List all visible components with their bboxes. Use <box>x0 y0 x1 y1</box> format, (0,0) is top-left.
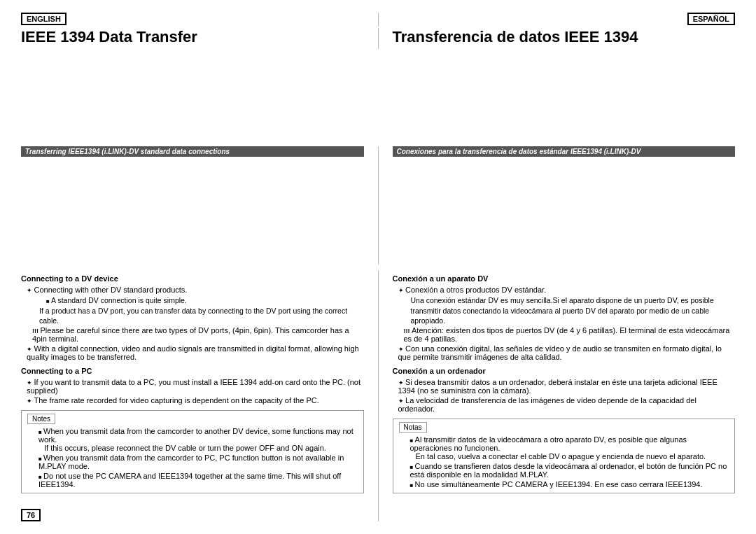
note2-left: When you transmit data from the camcorde… <box>38 454 358 470</box>
lang-tag-english: ENGLISH <box>21 13 66 25</box>
note3-right: No use simultáneamente PC CAMERA y IEEE1… <box>410 480 729 489</box>
notes-label-left: Notes <box>27 414 55 424</box>
main-title-right: Transferencia de datos IEEE 1394 <box>393 28 736 46</box>
section1-title-left: Connecting to a DV device <box>21 274 364 283</box>
bullet-r-s1-2: Con una conexión digital, las señales de… <box>398 344 736 361</box>
subtitle-bar-right: Conexiones para la transferencia de dato… <box>393 146 736 157</box>
right-column: Conexión a un aparato DV Conexión a otro… <box>379 270 736 493</box>
bullet-s2-2: The frame rate recorded for video captur… <box>27 396 364 405</box>
r-s1-warn1: Atención: existen dos tipos de puertos D… <box>404 326 736 343</box>
content-block-s1: Connecting with other DV standard produc… <box>21 286 364 361</box>
page-number: 76 <box>21 509 41 521</box>
s1-sub1: A standard DV connection is quite simple… <box>34 295 364 306</box>
s1-warn1: Please be careful since there are two ty… <box>32 326 364 343</box>
page: ENGLISH ESPAÑOL IEEE 1394 Data Transfer … <box>0 0 756 534</box>
r-s1-sub1: Una conexión estándar DV es muy sencilla… <box>411 295 736 326</box>
content-block-s2: If you want to transmit data to a PC, yo… <box>21 378 364 405</box>
lang-row: ENGLISH ESPAÑOL <box>21 13 735 27</box>
bullet-r-s2-2: La velocidad de transferencia de las imá… <box>398 396 736 413</box>
notes-box-left: Notes When you transmit data from the ca… <box>21 410 364 493</box>
subtitle-bar-left: Transferring IEEE1394 (i.LINK)-DV standa… <box>21 146 364 157</box>
section2-title-right: Conexión a un ordenador <box>393 367 736 375</box>
content-block-s1-right: Conexión a otros productos DV estándar. … <box>393 286 736 361</box>
main-title-left: IEEE 1394 Data Transfer <box>21 28 364 46</box>
section2-title-left: Connecting to a PC <box>21 367 364 375</box>
note3-left: Do not use the PC CAMERA and IEEE1394 to… <box>38 472 358 489</box>
bullet-r-s1-1: Conexión a otros productos DV estándar. <box>398 286 736 294</box>
s1-sub2: If a product has a DV port, you can tran… <box>39 306 364 326</box>
note1-sub-left: If this occurs, please reconnect the DV … <box>44 444 326 452</box>
note2-right: Cuando se transfieren datos desde la vid… <box>410 462 729 479</box>
bullet-s2-1: If you want to transmit data to a PC, yo… <box>27 378 364 395</box>
note1-sub-right: En tal caso, vuelva a conectar el cable … <box>416 452 706 461</box>
bullet-s1-1: Connecting with other DV standard produc… <box>27 286 364 294</box>
lang-tag-espanol: ESPAÑOL <box>687 13 735 25</box>
note1-left: When you transmit data from the camcorde… <box>38 427 358 452</box>
notes-box-right: Notas Al transmitir datos de la videocám… <box>393 419 736 493</box>
section1-title-right: Conexión a un aparato DV <box>393 274 736 283</box>
bullet-r-s2-1: Si desea transmitir datos a un ordenador… <box>398 378 736 395</box>
notes-label-right: Notas <box>399 422 427 433</box>
content-block-s2-right: Si desea transmitir datos a un ordenador… <box>393 378 736 413</box>
bullet-s1-2: With a digital connection, video and aud… <box>27 344 364 361</box>
left-column: Connecting to a DV device Connecting wit… <box>21 270 379 521</box>
note1-right: Al transmitir datos de la videocámara a … <box>410 435 729 461</box>
s1-sub1-text: A standard DV connection is quite simple… <box>46 296 187 304</box>
